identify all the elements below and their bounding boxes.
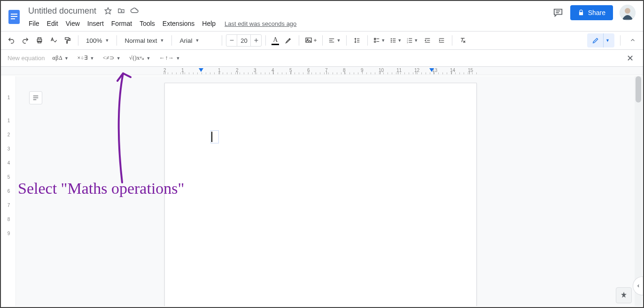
separator: [322, 35, 323, 46]
vertical-scrollbar[interactable]: [635, 76, 642, 306]
svg-rect-11: [38, 41, 41, 43]
star-icon[interactable]: [104, 7, 112, 15]
equation-input-box[interactable]: [210, 130, 219, 143]
font-size-control: − 20 +: [226, 34, 262, 47]
svg-point-26: [391, 40, 392, 41]
svg-point-8: [625, 8, 630, 14]
scrollbar-thumb[interactable]: [636, 76, 641, 103]
ruler-label: 11: [396, 68, 402, 73]
decrease-indent-button[interactable]: [421, 34, 434, 47]
separator: [171, 35, 172, 46]
separator: [78, 35, 78, 46]
cloud-status-icon[interactable]: [130, 7, 139, 15]
paragraph-style-select[interactable]: Normal text▼: [121, 34, 168, 47]
increase-indent-button[interactable]: [435, 34, 448, 47]
zoom-select[interactable]: 100%▼: [82, 34, 113, 47]
font-select[interactable]: Arial▼: [176, 34, 218, 47]
paint-format-button[interactable]: [61, 34, 74, 47]
chevron-down-icon: ▼: [160, 38, 164, 43]
chevron-down-icon: ▼: [381, 38, 385, 43]
menubar: File Edit View Insert Format Tools Exten…: [25, 18, 552, 29]
ruler-label: 2: [8, 132, 10, 137]
svg-rect-1: [11, 14, 17, 15]
font-size-increase[interactable]: +: [251, 36, 261, 45]
menu-tools[interactable]: Tools: [136, 18, 158, 29]
menu-view[interactable]: View: [62, 18, 83, 29]
align-button[interactable]: ▼: [326, 34, 342, 47]
account-avatar[interactable]: [620, 5, 636, 21]
clear-formatting-button[interactable]: [456, 34, 469, 47]
ruler-label: 1: [8, 95, 10, 100]
outline-toggle-button[interactable]: [29, 91, 42, 104]
vertical-ruler[interactable]: 1123456789: [2, 76, 16, 306]
document-title[interactable]: Untitled document: [25, 5, 99, 17]
menu-format[interactable]: Format: [108, 18, 135, 29]
svg-rect-2: [11, 16, 17, 17]
svg-text:3: 3: [407, 41, 408, 44]
svg-rect-30: [393, 42, 396, 42]
move-icon[interactable]: [117, 7, 125, 15]
new-equation-label[interactable]: New equation: [8, 55, 45, 62]
checklist-button[interactable]: ▼: [372, 34, 387, 47]
chevron-down-icon: ▼: [105, 38, 109, 43]
menu-insert[interactable]: Insert: [84, 18, 107, 29]
separator: [222, 35, 222, 46]
ruler-label: 3: [8, 146, 10, 151]
line-spacing-button[interactable]: [350, 34, 364, 47]
explore-button[interactable]: [616, 287, 632, 303]
chevron-down-icon: ▼: [414, 38, 418, 43]
svg-point-25: [391, 38, 392, 39]
redo-button[interactable]: [19, 34, 32, 47]
spellcheck-button[interactable]: [47, 34, 60, 47]
chevron-down-icon: ▼: [64, 56, 69, 61]
svg-rect-3: [11, 18, 15, 19]
print-button[interactable]: [33, 34, 46, 47]
chevron-down-icon: ▼: [336, 38, 341, 43]
chevron-down-icon: ▼: [146, 56, 150, 61]
docs-app-icon[interactable]: [5, 5, 23, 29]
menu-help[interactable]: Help: [199, 18, 219, 29]
separator: [452, 35, 452, 46]
equation-greek-button[interactable]: αβΔ▼: [51, 53, 71, 63]
document-page[interactable]: [164, 83, 477, 306]
header-right: Share: [552, 5, 639, 21]
comments-icon[interactable]: [552, 7, 564, 18]
svg-rect-12: [65, 38, 69, 39]
undo-button[interactable]: [5, 34, 18, 47]
font-size-input[interactable]: 20: [237, 35, 251, 46]
separator: [346, 35, 347, 46]
chevron-down-icon: ▼: [90, 56, 94, 61]
ruler-label: 9: [8, 231, 10, 236]
menu-file[interactable]: File: [25, 18, 43, 29]
equation-operations-button[interactable]: ×÷∃▼: [76, 53, 96, 63]
collapse-toolbar-button[interactable]: [626, 34, 639, 47]
text-color-button[interactable]: A: [270, 36, 281, 45]
font-size-decrease[interactable]: −: [226, 36, 237, 45]
horizontal-ruler[interactable]: 21123456789101112131415: [1, 67, 643, 75]
equation-close-button[interactable]: ✕: [624, 53, 636, 63]
menu-extensions[interactable]: Extensions: [159, 18, 198, 29]
equation-math-button[interactable]: √()xⁿₐ▼: [127, 53, 153, 63]
insert-image-button[interactable]: +: [303, 34, 318, 47]
equation-arrows-button[interactable]: ←↑→▼: [157, 53, 182, 63]
chevron-down-icon: ▼: [605, 38, 610, 43]
main-toolbar: 100%▼ Normal text▼ Arial▼ − 20 + A + ▼ ▼…: [1, 31, 643, 50]
svg-marker-4: [105, 8, 111, 14]
svg-rect-29: [393, 40, 396, 40]
chevron-down-icon: ▼: [176, 56, 180, 61]
numbered-list-button[interactable]: 123▼: [404, 34, 420, 47]
svg-rect-10: [38, 38, 41, 39]
equation-relations-button[interactable]: <≠⊃▼: [101, 53, 123, 63]
separator: [116, 35, 117, 46]
svg-point-27: [391, 41, 392, 42]
chevron-down-icon: ▼: [195, 38, 199, 43]
highlight-color-button[interactable]: [282, 34, 295, 47]
bulleted-list-button[interactable]: ▼: [388, 34, 403, 47]
share-button[interactable]: Share: [570, 5, 613, 20]
editing-mode-button[interactable]: ▼: [587, 33, 614, 47]
last-edit-link[interactable]: Last edit was seconds ago: [225, 20, 296, 27]
menu-edit[interactable]: Edit: [44, 18, 62, 29]
separator: [299, 35, 299, 46]
share-label: Share: [588, 9, 605, 16]
ruler-label: 6: [8, 189, 10, 194]
